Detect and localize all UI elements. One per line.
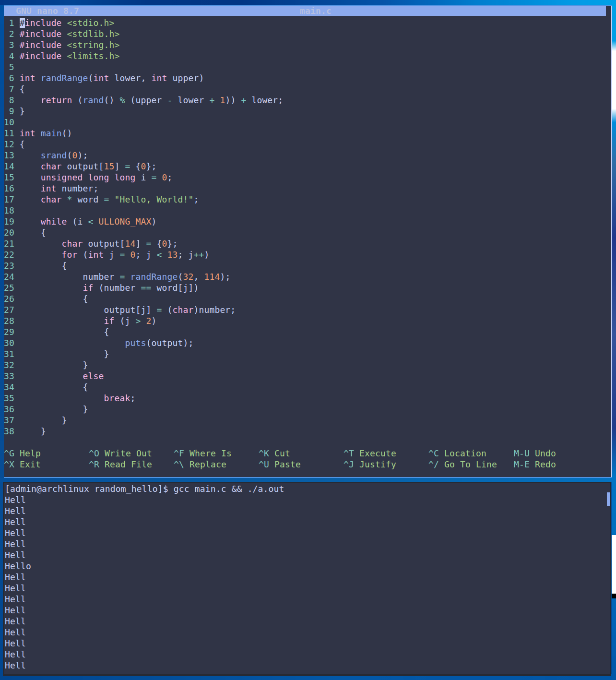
shortcut-label: Location [439, 448, 486, 458]
code-line-26: 26 { [4, 293, 612, 304]
text-cursor: # [20, 18, 25, 28]
code-area[interactable]: 1 #include <stdio.h>2 #include <stdlib.h… [4, 17, 612, 437]
line-number: 30 [4, 337, 14, 348]
line-number: 29 [4, 326, 14, 337]
terminal-pane[interactable]: [admin@archlinux random_hello]$ gcc main… [4, 483, 610, 674]
help-shortcut-replace[interactable]: ^\ Replace [174, 459, 226, 470]
line-number: 22 [4, 249, 14, 260]
code-line-21: 21 char output[14] = {0}; [4, 238, 612, 249]
shortcut-key: ^O [89, 448, 99, 458]
shortcut-label: Exit [14, 459, 41, 469]
code-line-22: 22 for (int j = 0; j < 13; j++) [4, 249, 612, 260]
help-shortcut-read-file[interactable]: ^R Read File [89, 459, 152, 470]
code-line-29: 29 { [4, 326, 612, 337]
help-shortcut-go-to-line[interactable]: ^/ Go To Line [428, 459, 497, 470]
code-line-5: 5 [4, 61, 612, 72]
line-number: 36 [4, 404, 14, 415]
line-number: 3 [4, 39, 14, 50]
line-number: 18 [4, 205, 14, 216]
line-number: 25 [4, 282, 14, 293]
nano-editor-window[interactable]: GNU nano 8.7 main.c 1 #include <stdio.h>… [4, 5, 612, 478]
shell-output-line: Hell [5, 494, 284, 505]
shell-prompt-line: [admin@archlinux random_hello]$ gcc main… [5, 483, 284, 494]
shortcut-label: Paste [269, 459, 301, 469]
shell-output-line: Hell [5, 649, 284, 660]
line-number: 17 [4, 194, 14, 205]
code-line-38: 38 } [4, 426, 612, 437]
shortcut-label: Execute [354, 448, 396, 458]
help-shortcut-paste[interactable]: ^U Paste [259, 459, 301, 470]
code-line-37: 37 } [4, 415, 612, 426]
line-number: 15 [4, 172, 14, 183]
line-number: 9 [4, 106, 14, 117]
help-shortcut-write-out[interactable]: ^O Write Out [89, 448, 152, 459]
code-line-16: 16 int number; [4, 183, 612, 194]
code-line-34: 34 { [4, 382, 612, 393]
shell-output-line: Hell [5, 605, 284, 616]
shortcut-label: Where Is [184, 448, 232, 458]
shortcut-key: ^/ [428, 459, 439, 469]
shortcut-label: Help [14, 448, 41, 458]
terminal-scrollbar-thumb[interactable] [607, 492, 610, 506]
code-line-8: 8 return (rand() % (upper - lower + 1)) … [4, 95, 612, 106]
code-line-36: 36 } [4, 404, 612, 415]
code-line-32: 32 } [4, 359, 612, 370]
line-number: 19 [4, 216, 14, 227]
shortcut-label: Read File [99, 459, 152, 469]
line-number: 4 [4, 50, 14, 61]
shell-output-line: Hell [5, 549, 284, 561]
shortcut-key: ^K [259, 448, 269, 458]
line-number: 32 [4, 359, 14, 370]
line-number: 26 [4, 293, 14, 304]
shell-output-line: Hell [5, 616, 284, 627]
line-number: 20 [4, 227, 14, 238]
code-line-18: 18 [4, 205, 612, 216]
help-shortcut-location[interactable]: ^C Location [428, 448, 486, 459]
shortcut-key: ^\ [174, 459, 184, 469]
shell-output-line: Hell [5, 538, 284, 549]
nano-app-title: GNU nano 8.7 [16, 6, 79, 16]
shortcut-key: ^R [89, 459, 99, 469]
code-line-24: 24 number = randRange(32, 114); [4, 271, 612, 282]
code-line-12: 12 { [4, 139, 612, 150]
nano-titlebar: GNU nano 8.7 main.c [4, 6, 606, 16]
shell-output-line: Hell [5, 505, 284, 516]
terminal-window[interactable]: [admin@archlinux random_hello]$ gcc main… [3, 482, 611, 676]
code-line-33: 33 else [4, 370, 612, 382]
help-shortcut-redo[interactable]: M-E Redo [514, 459, 556, 470]
help-shortcut-help[interactable]: ^G Help [4, 448, 41, 459]
shortcut-key: ^X [4, 459, 14, 469]
nano-help-row-2: ^X Exit^R Read File^\ Replace^U Paste^J … [4, 459, 612, 470]
help-shortcut-exit[interactable]: ^X Exit [4, 459, 41, 470]
code-line-15: 15 unsigned long long i = 0; [4, 172, 612, 183]
line-number: 31 [4, 348, 14, 359]
shell-output-line: Hell [5, 527, 284, 538]
line-number: 16 [4, 183, 14, 194]
shortcut-label: Redo [530, 459, 556, 469]
shortcut-key: ^G [4, 448, 14, 458]
code-line-23: 23 { [4, 260, 612, 271]
help-shortcut-execute[interactable]: ^T Execute [344, 448, 396, 459]
help-shortcut-cut[interactable]: ^K Cut [259, 448, 290, 459]
shortcut-key: ^T [344, 448, 354, 458]
code-line-4: 4 #include <limits.h> [4, 50, 612, 61]
help-shortcut-undo[interactable]: M-U Undo [514, 448, 556, 459]
code-line-6: 6 int randRange(int lower, int upper) [4, 72, 612, 84]
shell-output-line: Hell [5, 594, 284, 605]
line-number: 7 [4, 84, 14, 95]
code-line-35: 35 break; [4, 393, 612, 404]
shell-output-line: Hell [5, 583, 284, 594]
shortcut-label: Undo [530, 448, 556, 458]
line-number: 12 [4, 139, 14, 150]
line-number: 1 [4, 17, 14, 28]
shortcut-key: ^C [428, 448, 439, 458]
code-line-11: 11 int main() [4, 128, 612, 139]
line-number: 28 [4, 315, 14, 326]
line-number: 13 [4, 150, 14, 161]
help-shortcut-justify[interactable]: ^J Justify [344, 459, 396, 470]
code-line-31: 31 } [4, 348, 612, 359]
shortcut-key: M-E [514, 459, 530, 469]
code-line-3: 3 #include <string.h> [4, 39, 612, 50]
shell-output-line: Hell [5, 638, 284, 649]
help-shortcut-where-is[interactable]: ^F Where Is [174, 448, 232, 459]
